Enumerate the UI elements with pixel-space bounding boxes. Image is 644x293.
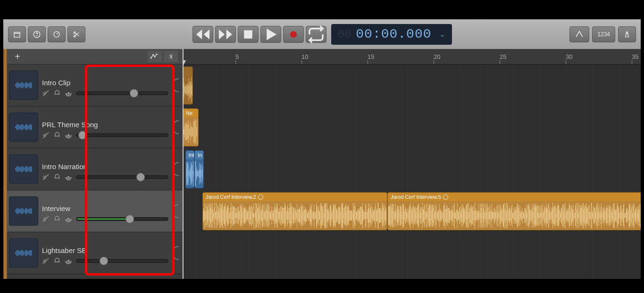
pan-knob[interactable]: [172, 162, 179, 176]
track-icon: [9, 196, 38, 226]
track-row[interactable]: Intro Clip: [7, 65, 183, 106]
ruler-tick: 15: [368, 49, 374, 64]
solo-icon[interactable]: [53, 215, 61, 223]
help-button[interactable]: [28, 26, 46, 42]
waveform: [195, 159, 203, 188]
grid-line-minor: [632, 65, 632, 279]
lcd-faint-digits: 00: [337, 28, 351, 41]
scissors-button[interactable]: [67, 26, 85, 42]
main-workspace: + Intro Clip: [3, 49, 641, 279]
track-info: Intro Narration: [42, 158, 168, 181]
grid-line-minor: [301, 65, 302, 279]
svg-point-5: [74, 35, 75, 37]
grid-line-minor: [394, 65, 394, 279]
audio-clip[interactable]: [183, 66, 193, 105]
play-button[interactable]: [260, 26, 281, 43]
catch-playhead-button[interactable]: [164, 51, 178, 62]
note-editor-button[interactable]: [569, 26, 589, 42]
grid-line-minor: [420, 65, 421, 279]
track-panel: + Intro Clip: [7, 49, 183, 279]
tuner-button[interactable]: [48, 26, 66, 42]
track-row[interactable]: PRL Theme Song: [7, 106, 183, 148]
solo-icon[interactable]: [53, 90, 61, 97]
pan-knob[interactable]: [172, 204, 179, 218]
grid-line-minor: [605, 65, 606, 279]
playhead[interactable]: [183, 49, 184, 279]
count-in-button[interactable]: 1234: [592, 26, 615, 42]
input-icon[interactable]: [65, 215, 72, 223]
volume-slider[interactable]: [76, 173, 168, 181]
svg-point-70: [68, 218, 69, 220]
metronome-button[interactable]: [618, 26, 636, 42]
lcd-display[interactable]: 00 00:00.000 ⌄: [331, 24, 452, 45]
audio-clip[interactable]: Jarod Cerf Interview.2: [202, 192, 387, 230]
timeline-area[interactable]: 5101520253035 Ne Int In Jarod Cerf Inter…: [183, 49, 641, 279]
volume-slider[interactable]: [76, 257, 168, 265]
volume-slider[interactable]: [76, 131, 168, 139]
waveform: [203, 201, 387, 230]
track-row[interactable]: Interview: [7, 190, 183, 232]
grid-line-minor: [381, 65, 381, 279]
audio-clip[interactable]: Jarod Cerf Interview.5: [387, 192, 641, 230]
pan-knob[interactable]: [172, 78, 179, 92]
waveform: [183, 75, 192, 104]
mute-icon[interactable]: [42, 257, 50, 265]
library-button[interactable]: [8, 26, 26, 42]
volume-slider[interactable]: [76, 215, 168, 223]
input-icon[interactable]: [65, 90, 72, 97]
grid-line-minor: [592, 65, 593, 279]
track-info: Intro Clip: [42, 74, 168, 97]
input-icon[interactable]: [65, 131, 72, 139]
mute-icon[interactable]: [42, 173, 50, 181]
mute-icon[interactable]: [42, 131, 50, 139]
rewind-button[interactable]: [192, 26, 213, 43]
grid-line-minor: [447, 65, 447, 279]
audio-clip[interactable]: In: [194, 150, 204, 188]
waveform: [186, 159, 194, 188]
pan-knob[interactable]: [172, 246, 179, 260]
cycle-button[interactable]: [305, 26, 326, 43]
loop-icon: [443, 195, 448, 200]
track-info: Interview: [42, 200, 168, 223]
grid-line-minor: [552, 65, 553, 279]
track-name: Lightsaber SE: [42, 246, 168, 254]
pan-knob[interactable]: [172, 120, 179, 134]
input-icon[interactable]: [65, 257, 72, 265]
audio-clip[interactable]: Ne: [183, 108, 199, 146]
svg-point-8: [152, 54, 153, 55]
grid-line-minor: [235, 65, 236, 279]
grid-line-minor: [222, 65, 223, 279]
add-track-button[interactable]: +: [12, 51, 23, 62]
stop-button[interactable]: [237, 26, 258, 43]
svg-point-2: [37, 35, 37, 36]
grid-line-minor: [513, 65, 513, 279]
forward-button[interactable]: [215, 26, 235, 43]
automation-toggle[interactable]: [148, 51, 162, 62]
grid-line-minor: [619, 65, 619, 279]
track-row[interactable]: Intro Narration: [7, 148, 183, 190]
ruler-tick: 35: [632, 49, 638, 64]
mute-icon[interactable]: [42, 215, 50, 223]
grid-line-minor: [579, 65, 579, 279]
audio-clip[interactable]: Int: [185, 150, 195, 188]
right-tool-group: 1234: [569, 26, 636, 42]
ruler-tick: 30: [566, 49, 572, 64]
grid-line-minor: [407, 65, 408, 279]
timeline-ruler[interactable]: 5101520253035: [183, 49, 641, 65]
grid-line-minor: [209, 65, 209, 279]
grid-line-minor: [315, 65, 315, 279]
track-panel-header: +: [7, 49, 183, 65]
lcd-dropdown-icon[interactable]: ⌄: [439, 30, 445, 39]
volume-slider[interactable]: [76, 90, 168, 97]
record-button[interactable]: [283, 26, 303, 43]
track-row[interactable]: Lightsaber SE: [7, 232, 183, 274]
solo-icon[interactable]: [53, 131, 61, 139]
input-icon[interactable]: [65, 173, 72, 181]
grid-line-minor: [486, 65, 487, 279]
track-name: Interview: [42, 204, 168, 212]
track-icon: [9, 155, 38, 184]
mute-icon[interactable]: [42, 90, 50, 97]
solo-icon[interactable]: [53, 173, 61, 181]
solo-icon[interactable]: [53, 257, 61, 265]
grid-line-minor: [354, 65, 355, 279]
